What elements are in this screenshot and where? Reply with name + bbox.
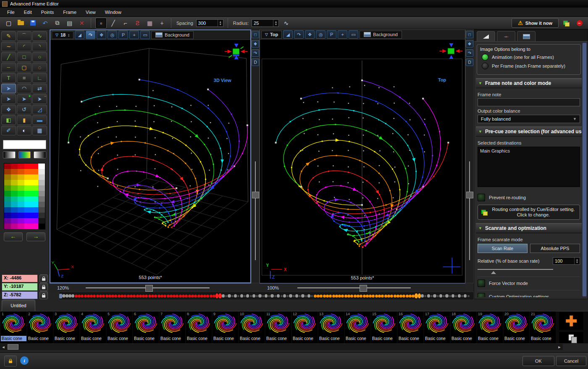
point-dot[interactable] bbox=[176, 292, 178, 300]
palette-swatch[interactable] bbox=[4, 169, 11, 174]
palette-swatch[interactable] bbox=[11, 218, 18, 224]
point-dot[interactable] bbox=[292, 292, 295, 300]
section-frame-note[interactable]: ▼ Frame note and color mode bbox=[476, 78, 582, 88]
gradient-wb-button[interactable] bbox=[34, 151, 46, 158]
scroll-left-button[interactable]: ◄ bbox=[0, 345, 7, 350]
palette-swatch-gray[interactable] bbox=[38, 224, 45, 229]
point-dot[interactable] bbox=[399, 292, 402, 300]
point-dot[interactable] bbox=[78, 292, 81, 300]
point-dot[interactable] bbox=[329, 292, 332, 300]
point-dot[interactable] bbox=[218, 292, 221, 300]
frame-thumbnail-2[interactable]: 2Basic cone bbox=[27, 311, 53, 343]
point-dot[interactable] bbox=[449, 292, 452, 300]
palette-swatch[interactable] bbox=[24, 196, 31, 202]
arc-ccw-tool[interactable]: ◝ bbox=[32, 42, 47, 51]
palette-swatch-gray[interactable] bbox=[38, 185, 45, 191]
frame-thumbnail-8[interactable]: 8Basic cone bbox=[186, 311, 212, 343]
palette-swatch[interactable] bbox=[24, 191, 31, 196]
point-dot[interactable] bbox=[323, 292, 326, 300]
rail-depth-button[interactable]: D bbox=[466, 58, 473, 66]
point-dot[interactable] bbox=[289, 292, 292, 300]
paste-button[interactable]: ▤ bbox=[64, 18, 75, 29]
point-dot[interactable] bbox=[381, 292, 384, 300]
palette-swatch[interactable] bbox=[32, 180, 38, 185]
frame-thumbnail-5[interactable]: 5Basic cone bbox=[107, 311, 132, 343]
blackout-button[interactable]: − bbox=[574, 18, 585, 29]
point-dot[interactable] bbox=[200, 292, 203, 300]
palette-swatch[interactable] bbox=[11, 191, 18, 196]
palette-swatch[interactable] bbox=[11, 185, 18, 191]
point-color-strip[interactable] bbox=[59, 292, 474, 300]
point-dot[interactable] bbox=[246, 292, 249, 300]
custom-optimization-checkbox[interactable] bbox=[478, 293, 485, 297]
palette-swatch-gray[interactable] bbox=[38, 174, 45, 180]
point-dot[interactable] bbox=[393, 292, 396, 300]
zoom-slider-handle[interactable] bbox=[360, 285, 367, 292]
output-color-balance-select[interactable]: Fully balanced ▼ bbox=[478, 115, 580, 123]
frame-thumbnail-1[interactable]: 1Basic cone bbox=[1, 311, 26, 343]
point-dot[interactable] bbox=[433, 292, 436, 300]
line-draw-tool[interactable]: ╱ bbox=[1, 52, 16, 62]
point-dot[interactable] bbox=[240, 292, 243, 300]
point-dot[interactable] bbox=[310, 292, 313, 300]
point-dot[interactable] bbox=[130, 292, 133, 300]
point-dot[interactable] bbox=[182, 292, 185, 300]
view-mode-dropdown[interactable]: ▽18↕ bbox=[52, 31, 74, 39]
point-dot[interactable] bbox=[283, 292, 286, 300]
point-dot[interactable] bbox=[249, 292, 252, 300]
force-vector-checkbox[interactable] bbox=[478, 279, 485, 287]
point-dot[interactable] bbox=[74, 292, 77, 300]
3d-view-canvas[interactable]: 3D View553 points*XYZ bbox=[50, 40, 250, 282]
rail-orbit-button[interactable]: ↷ bbox=[252, 49, 259, 57]
palette-swatch[interactable] bbox=[4, 213, 11, 218]
point-dot[interactable] bbox=[160, 292, 163, 300]
duplicate-frame-button[interactable] bbox=[559, 332, 583, 343]
point-dot[interactable] bbox=[108, 292, 111, 300]
point-dot[interactable] bbox=[66, 292, 68, 300]
palette-swatch[interactable] bbox=[18, 202, 24, 207]
palette-swatch[interactable] bbox=[4, 224, 11, 229]
point-dot[interactable] bbox=[93, 292, 96, 300]
menu-points[interactable]: Points bbox=[37, 8, 59, 16]
frame-thumbnail-11[interactable]: 11Basic cone bbox=[265, 311, 291, 343]
node-remove-tool[interactable]: ➤− bbox=[32, 94, 47, 104]
z-lock-button[interactable] bbox=[39, 291, 48, 299]
force-vector-row[interactable]: Force Vector mode bbox=[478, 277, 580, 287]
undo-button[interactable]: ↶ bbox=[39, 18, 51, 29]
point-dot[interactable] bbox=[430, 292, 433, 300]
point-dot[interactable] bbox=[90, 292, 93, 300]
zoom-tool-button[interactable]: ◎ bbox=[316, 30, 326, 39]
point-dot[interactable] bbox=[255, 292, 258, 300]
palette-swatch[interactable] bbox=[11, 202, 18, 207]
frame-thumbnail-14[interactable]: 14Basic cone bbox=[345, 311, 370, 343]
point-dot[interactable] bbox=[213, 292, 215, 300]
point-dot[interactable] bbox=[133, 292, 136, 300]
crosshair-mode-button[interactable]: + bbox=[129, 31, 139, 39]
point-dot[interactable] bbox=[390, 292, 393, 300]
prevent-rerouting-row[interactable]: Prevent re-routing bbox=[478, 191, 580, 201]
palette-swatch-gray[interactable] bbox=[38, 213, 45, 218]
background-button[interactable]: Background bbox=[360, 31, 402, 39]
radius-value[interactable]: 25 bbox=[252, 20, 273, 26]
frame-thumbnail-13[interactable]: 13Basic cone bbox=[318, 311, 344, 343]
ok-button[interactable]: OK bbox=[522, 356, 554, 366]
frame-thumbnail-20[interactable]: 20Basic cone bbox=[504, 311, 529, 343]
point-dot[interactable] bbox=[111, 292, 114, 300]
point-dot[interactable] bbox=[467, 292, 470, 300]
frame-thumbnail-10[interactable]: 10Basic cone bbox=[239, 311, 265, 343]
palette-swatch[interactable] bbox=[24, 185, 31, 191]
point-dot[interactable] bbox=[347, 292, 350, 300]
palette-swatch[interactable] bbox=[32, 224, 38, 229]
freehand-curve-tool[interactable]: ∼ bbox=[1, 42, 16, 51]
background-button[interactable]: Background bbox=[151, 31, 194, 39]
image-tool[interactable]: ▦ bbox=[32, 126, 47, 135]
palette-swatch[interactable] bbox=[11, 174, 18, 180]
point-dot[interactable] bbox=[62, 292, 65, 300]
orbit-tool-button[interactable]: ↷ bbox=[294, 30, 304, 39]
point-dot[interactable] bbox=[265, 292, 268, 300]
point-dot[interactable] bbox=[424, 292, 427, 300]
point-dot[interactable] bbox=[102, 292, 105, 300]
ellipse-tool[interactable]: ○ bbox=[32, 52, 47, 62]
palette-swatch[interactable] bbox=[4, 174, 11, 180]
point-dot[interactable] bbox=[286, 292, 289, 300]
